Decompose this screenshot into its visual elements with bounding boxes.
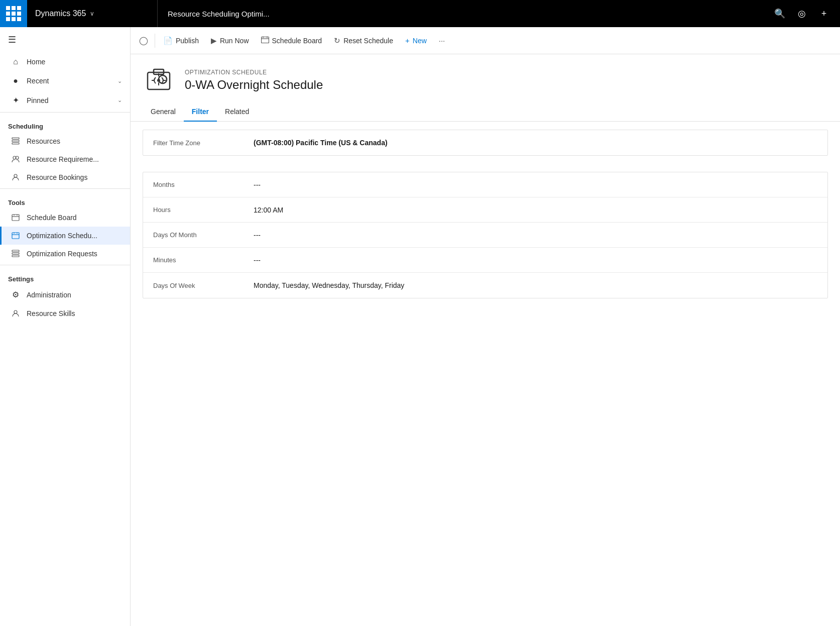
new-icon: + — [405, 36, 410, 45]
svg-point-24 — [157, 79, 160, 82]
content-area: ◯ 📄 Publish ▶ Run Now Schedule Board ↻ R… — [131, 27, 840, 626]
sidebar-item-resources[interactable]: Resources — [0, 132, 130, 150]
sidebar-schedule-board-label: Schedule Board — [27, 214, 122, 222]
sidebar-resources-label: Resources — [27, 137, 122, 145]
record-type: OPTIMIZATION SCHEDULE — [185, 69, 323, 76]
sidebar-item-resource-requirements[interactable]: Resource Requireme... — [0, 150, 130, 168]
sidebar-scheduling-header: Scheduling — [0, 115, 130, 132]
settings-button[interactable]: ◎ — [792, 4, 812, 24]
svg-rect-14 — [12, 250, 19, 252]
record-icon — [143, 64, 175, 96]
sidebar-item-optimization-requests[interactable]: Optimization Requests — [0, 245, 130, 263]
resource-bookings-icon — [10, 173, 22, 181]
back-icon: ◯ — [139, 36, 148, 45]
waffle-icon — [6, 6, 21, 21]
svg-rect-16 — [12, 255, 19, 257]
waffle-menu[interactable] — [0, 0, 27, 27]
optimization-requests-icon — [10, 250, 22, 258]
sidebar-item-schedule-board[interactable]: Schedule Board — [0, 208, 130, 227]
plus-icon: + — [821, 9, 827, 19]
run-now-button[interactable]: ▶ Run Now — [205, 33, 255, 48]
svg-rect-10 — [12, 233, 19, 239]
schedule-board-cmd-icon — [261, 36, 269, 45]
filter-section-2: Months --- Hours 12:00 AM Days Of Month … — [143, 172, 828, 298]
sidebar: ☰ ⌂ Home ● Recent ⌄ ✦ Pinned ⌄ Schedulin… — [0, 27, 131, 626]
sidebar-opt-schedules-label: Optimization Schedu... — [27, 232, 122, 240]
form-row-days-of-month: Days Of Month --- — [143, 223, 827, 248]
sidebar-item-resource-bookings[interactable]: Resource Bookings — [0, 168, 130, 186]
publish-icon: 📄 — [163, 36, 173, 45]
sidebar-settings-header: Settings — [0, 267, 130, 285]
minutes-value: --- — [254, 256, 817, 264]
recent-icon: ● — [10, 76, 22, 85]
sidebar-divider-1 — [0, 112, 130, 113]
topbar-actions: 🔍 ◎ + — [770, 4, 840, 24]
new-button[interactable]: + New — [399, 33, 433, 48]
tab-general[interactable]: General — [143, 102, 184, 122]
sidebar-opt-requests-label: Optimization Requests — [27, 250, 122, 258]
days-of-week-label: Days Of Week — [153, 282, 254, 289]
form-row-timezone: Filter Time Zone (GMT-08:00) Pacific Tim… — [143, 130, 827, 155]
sidebar-bookings-label: Resource Bookings — [27, 173, 122, 181]
target-icon: ◎ — [798, 8, 806, 19]
svg-point-5 — [14, 174, 17, 177]
sidebar-divider-3 — [0, 265, 130, 265]
months-value: --- — [254, 181, 817, 189]
resource-requirements-icon — [10, 155, 22, 163]
recent-arrow-icon: ⌄ — [117, 78, 122, 84]
more-icon: ··· — [439, 36, 445, 45]
main-layout: ☰ ⌂ Home ● Recent ⌄ ✦ Pinned ⌄ Schedulin… — [0, 27, 840, 626]
administration-icon: ⚙ — [10, 290, 22, 299]
svg-rect-1 — [12, 140, 19, 142]
pinned-icon: ✦ — [10, 95, 22, 105]
svg-rect-18 — [261, 37, 269, 43]
record-title: 0-WA Overnight Schedule — [185, 78, 323, 92]
svg-point-17 — [14, 310, 17, 314]
hamburger-menu[interactable]: ☰ — [0, 27, 130, 52]
sidebar-pinned-label: Pinned — [27, 96, 117, 105]
schedule-board-icon — [10, 214, 22, 222]
add-button[interactable]: + — [814, 4, 834, 24]
sidebar-item-administration[interactable]: ⚙ Administration — [0, 285, 130, 304]
schedule-board-button[interactable]: Schedule Board — [255, 33, 328, 48]
months-label: Months — [153, 181, 254, 188]
cmd-separator-1 — [155, 34, 155, 48]
sidebar-divider-2 — [0, 188, 130, 189]
sidebar-item-pinned[interactable]: ✦ Pinned ⌄ — [0, 90, 130, 110]
sidebar-tools-header: Tools — [0, 191, 130, 208]
tab-filter[interactable]: Filter — [184, 102, 217, 122]
sidebar-item-recent[interactable]: ● Recent ⌄ — [0, 71, 130, 90]
resources-icon — [10, 137, 22, 145]
sidebar-recent-label: Recent — [27, 77, 117, 85]
back-button[interactable]: ◯ — [135, 32, 153, 50]
sidebar-item-home[interactable]: ⌂ Home — [0, 52, 130, 71]
timezone-value: (GMT-08:00) Pacific Time (US & Canada) — [254, 139, 817, 147]
publish-button[interactable]: 📄 Publish — [157, 33, 205, 48]
form-row-days-of-week: Days Of Week Monday, Tuesday, Wednesday,… — [143, 273, 827, 298]
app-chevron-icon: ∨ — [90, 10, 94, 17]
run-now-icon: ▶ — [211, 36, 217, 45]
search-button[interactable]: 🔍 — [770, 4, 790, 24]
days-of-month-label: Days Of Month — [153, 231, 254, 239]
days-of-week-value: Monday, Tuesday, Wednesday, Thursday, Fr… — [254, 281, 817, 289]
tabs-bar: General Filter Related — [131, 102, 840, 122]
sidebar-resource-skills-label: Resource Skills — [27, 309, 122, 318]
reset-schedule-label: Reset Schedule — [343, 37, 393, 45]
filter-section-1: Filter Time Zone (GMT-08:00) Pacific Tim… — [143, 130, 828, 156]
more-options-button[interactable]: ··· — [433, 33, 451, 48]
sidebar-item-resource-skills[interactable]: Resource Skills — [0, 304, 130, 323]
tab-related[interactable]: Related — [217, 102, 257, 122]
timezone-label: Filter Time Zone — [153, 139, 254, 147]
sidebar-item-optimization-schedules[interactable]: Optimization Schedu... — [0, 227, 130, 245]
app-name: Dynamics 365 — [35, 9, 86, 18]
pinned-arrow-icon: ⌄ — [117, 97, 122, 103]
minutes-label: Minutes — [153, 256, 254, 264]
svg-rect-2 — [12, 143, 19, 144]
hours-value: 12:00 AM — [254, 206, 817, 214]
app-switcher[interactable]: Dynamics 365 ∨ — [27, 0, 158, 27]
svg-rect-0 — [12, 138, 19, 139]
reset-icon: ↻ — [334, 36, 340, 45]
reset-schedule-button[interactable]: ↻ Reset Schedule — [328, 33, 399, 48]
record-meta: OPTIMIZATION SCHEDULE 0-WA Overnight Sch… — [185, 69, 323, 92]
command-bar: ◯ 📄 Publish ▶ Run Now Schedule Board ↻ R… — [131, 27, 840, 54]
